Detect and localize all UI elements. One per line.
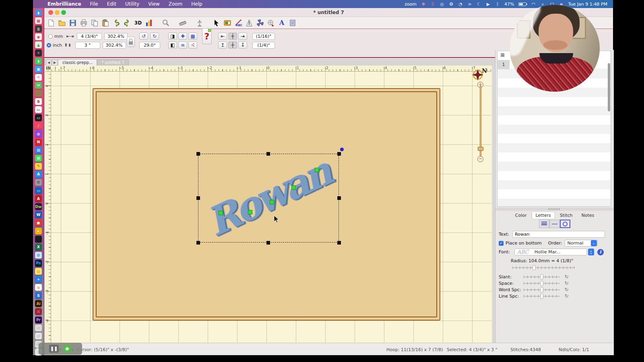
- unit-mm-radio[interactable]: [48, 34, 53, 39]
- dock-icon-safari[interactable]: ✦: [35, 276, 42, 283]
- slider-handle[interactable]: [540, 287, 543, 292]
- dock-icon-red-circle-app[interactable]: ●: [35, 219, 42, 226]
- color-bar-chart-icon[interactable]: [144, 19, 153, 27]
- font-info-button[interactable]: i: [597, 249, 604, 255]
- bluetooth-icon[interactable]: ᛒ: [495, 2, 500, 7]
- dock-icon-podcasts[interactable]: ◍: [35, 130, 42, 137]
- properties-tab-color[interactable]: Color: [512, 212, 530, 219]
- dock-icon-dreamweaver[interactable]: Dw: [35, 203, 42, 210]
- menu-item-zoom[interactable]: Zoom: [169, 1, 183, 7]
- radius-slider-handle[interactable]: [533, 265, 536, 270]
- dock-icon-chrome[interactable]: ◉: [35, 33, 42, 40]
- align-center-h-button[interactable]: ┼: [228, 33, 237, 40]
- protractor-icon[interactable]: [245, 19, 254, 27]
- font-stepper[interactable]: ▴▾: [588, 249, 594, 255]
- rotate-left-button[interactable]: ↺: [139, 33, 148, 40]
- zoom-out-icon[interactable]: −: [477, 156, 483, 162]
- align-top-button[interactable]: ↥: [218, 41, 227, 49]
- flip-horizontal-button[interactable]: ◨: [168, 33, 177, 40]
- stitch-convert-icon[interactable]: [266, 19, 275, 27]
- slider-handle[interactable]: [540, 294, 543, 299]
- center-design-button[interactable]: ✚: [178, 33, 187, 40]
- align-right-button[interactable]: ⇥: [238, 33, 247, 40]
- canvas-zoom-slider[interactable]: + −: [477, 82, 484, 162]
- selection-handle-s[interactable]: [266, 241, 270, 245]
- slider-handle[interactable]: [540, 281, 543, 286]
- globe-icon[interactable]: ❂: [449, 2, 454, 7]
- dock-icon-premiere[interactable]: Pr: [35, 317, 42, 323]
- open-file-icon[interactable]: [58, 19, 66, 27]
- slider-track[interactable]: [524, 288, 560, 291]
- dock-icon-photos[interactable]: ✳: [35, 74, 42, 81]
- dock-icon-numbers[interactable]: ▥: [35, 155, 42, 162]
- dock-icon-facetime[interactable]: ▣: [35, 66, 42, 73]
- dock-icon-word[interactable]: W: [35, 211, 42, 218]
- letter-handle-n[interactable]: [315, 168, 319, 172]
- dock-icon-apple-black-app[interactable]: [35, 236, 42, 243]
- document-tab[interactable]: classic-prepp...: [58, 59, 97, 66]
- selection-rectangle[interactable]: [198, 154, 339, 243]
- width-input[interactable]: 4 (3/4)": [77, 33, 102, 40]
- wifi-icon[interactable]: ◠: [531, 2, 536, 7]
- design-library-icon[interactable]: [223, 19, 232, 27]
- letters-tool-icon[interactable]: A: [277, 19, 286, 27]
- slider-track[interactable]: [524, 276, 560, 278]
- zoom-slider-knob[interactable]: [478, 147, 483, 151]
- slider-track[interactable]: [524, 295, 560, 298]
- dock-icon-excel[interactable]: X: [35, 244, 42, 251]
- dock-icon-reminders[interactable]: ≔: [35, 106, 42, 113]
- dock-icon-stickies[interactable]: ▨: [35, 268, 42, 275]
- align-bottom-button[interactable]: ↧: [238, 41, 247, 49]
- menu-item-help[interactable]: Help: [191, 1, 202, 7]
- dock-icon-acrobat[interactable]: A: [35, 195, 42, 202]
- print-icon[interactable]: [79, 19, 88, 27]
- dock-icon-settings[interactable]: ✿: [35, 179, 42, 186]
- dock-icon-browser-globe[interactable]: ◍: [35, 252, 42, 259]
- radius-slider[interactable]: [512, 266, 575, 269]
- dock-icon-finder[interactable]: ◗: [35, 9, 42, 16]
- flow-icon[interactable]: ⋗: [467, 2, 472, 7]
- menu-item-view[interactable]: View: [148, 1, 159, 7]
- width-percent-input[interactable]: 302.4%: [104, 33, 128, 40]
- properties-tab-notes[interactable]: Notes: [578, 212, 598, 219]
- dock-icon-document-1[interactable]: ▱: [35, 325, 42, 331]
- help-hoop-button[interactable]: ?: [202, 28, 212, 44]
- dock-icon-yellow-app[interactable]: ▸: [35, 228, 42, 234]
- pencil-icon[interactable]: ✎: [35, 344, 39, 351]
- letter-handle-a[interactable]: [291, 185, 296, 190]
- slider-reset-icon[interactable]: ↻: [564, 274, 569, 280]
- pause-button[interactable]: ❚❚: [49, 345, 59, 353]
- dock-icon-app-store[interactable]: A: [35, 171, 42, 178]
- fit-grid-button[interactable]: ▦: [188, 33, 197, 40]
- letter-handle-w[interactable]: [270, 200, 274, 204]
- dock-icon-keynote[interactable]: ▤: [35, 147, 42, 154]
- tab-scroll-right-button[interactable]: ▶: [52, 60, 58, 66]
- copy-icon[interactable]: [90, 19, 99, 27]
- slider-reset-icon[interactable]: ↻: [564, 294, 569, 299]
- align-lines-button[interactable]: ≡: [178, 41, 187, 49]
- red-s-icon[interactable]: S: [430, 2, 435, 7]
- order-dropdown[interactable]: Normal ⌄: [565, 240, 598, 247]
- menu-clock[interactable]: Tue Jan 9 1:48 PM: [568, 2, 607, 7]
- new-document-icon[interactable]: [47, 19, 56, 27]
- tab-scroll-left-button[interactable]: ◀: [46, 60, 52, 66]
- dock-icon-pencil-app[interactable]: ✎: [35, 163, 42, 170]
- selection-handle-ne[interactable]: [337, 152, 341, 156]
- dock-icon-music[interactable]: ♪: [35, 122, 42, 129]
- moon-icon[interactable]: ☾: [477, 2, 481, 7]
- selection-handle-w[interactable]: [196, 196, 200, 200]
- zoom-app-menu-item[interactable]: zoom: [405, 2, 417, 7]
- selection-handle-e[interactable]: [337, 196, 341, 200]
- menu-item-embrilliance[interactable]: Embrilliance: [47, 1, 81, 7]
- object-list-view-icon[interactable]: ⊞: [500, 53, 505, 58]
- line-mode-button[interactable]: [549, 220, 560, 228]
- menu-item-utility[interactable]: Utility: [125, 1, 139, 7]
- circle-mode-button[interactable]: [560, 220, 570, 228]
- select-cursor-icon[interactable]: [212, 19, 221, 27]
- stitch-letters-icon[interactable]: ABC: [234, 19, 243, 27]
- object-list-scrollbar[interactable]: [608, 63, 610, 111]
- letter-handle-o[interactable]: [248, 210, 252, 214]
- text-input[interactable]: Rowan: [512, 231, 605, 238]
- colorful-app-icon[interactable]: ❖: [421, 2, 426, 7]
- dock-icon-red-dots-app[interactable]: ⁙: [35, 308, 42, 315]
